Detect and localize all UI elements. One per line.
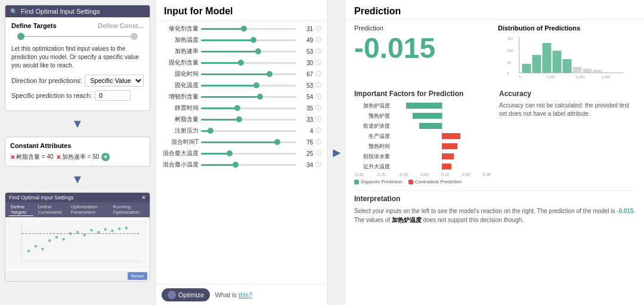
slider-label-6: 增韧剂含量 bbox=[162, 93, 199, 101]
svg-point-14 bbox=[104, 228, 107, 231]
sliders-container[interactable]: 催化剂含量31ⓘ加热温度49ⓘ加热速率53ⓘ固化剂含量30ⓘ固化时间67ⓘ固化温… bbox=[156, 21, 327, 284]
what-is-link[interactable]: this? bbox=[239, 291, 252, 298]
slider-info-2: ⓘ bbox=[315, 47, 321, 56]
slider-value-6: 54 bbox=[299, 94, 313, 100]
mini-card-footer: Reset bbox=[5, 271, 150, 281]
slider-info-6: ⓘ bbox=[315, 93, 321, 101]
middle-panel: Input for Model 催化剂含量31ⓘ加热温度49ⓘ加热速率53ⓘ固化… bbox=[155, 0, 328, 305]
chip-label-1: 树脂含量 = 40 bbox=[16, 153, 54, 161]
define-targets-subtitle: Define Const... bbox=[98, 22, 144, 29]
slider-track-11[interactable] bbox=[201, 149, 296, 158]
step-dots bbox=[11, 33, 144, 40]
slider-row: 加热温度49ⓘ bbox=[162, 36, 321, 44]
card-app-title: Find Optimal Input Settings bbox=[21, 8, 100, 15]
mini-tab-constraints[interactable]: Define Constraints bbox=[36, 204, 66, 216]
constant-attrs-card: Constant Attributes ✕ 树脂含量 = 40 ✕ 加热速率 =… bbox=[5, 137, 150, 167]
factors-right: Accuracy Accuracy can not be calculated:… bbox=[499, 90, 636, 184]
factor-row: 前道炉浓度 bbox=[354, 122, 491, 130]
slider-label-12: 混合最小温度 bbox=[162, 161, 199, 169]
slider-value-12: 34 bbox=[299, 162, 313, 168]
right-body: Prediction -0.015 Distribution of Predic… bbox=[346, 20, 644, 305]
mini-tab-targets[interactable]: Define Targets bbox=[9, 204, 33, 216]
slider-track-9[interactable] bbox=[201, 127, 296, 135]
svg-point-16 bbox=[118, 227, 121, 230]
legend-dot-supports bbox=[354, 180, 359, 184]
specific-row: Specific prediction to reach: bbox=[11, 90, 144, 101]
legend-supports: Supports Prediction bbox=[354, 179, 402, 184]
svg-point-7 bbox=[55, 236, 58, 239]
interp-field: 加热炉温度 bbox=[392, 217, 422, 223]
optimize-icon bbox=[168, 291, 176, 299]
svg-point-17 bbox=[125, 227, 128, 230]
slider-value-10: 76 bbox=[299, 139, 313, 146]
slider-info-8: ⓘ bbox=[315, 115, 321, 124]
svg-rect-29 bbox=[593, 70, 602, 73]
step-line bbox=[24, 36, 131, 37]
chip-label-2: 加热速率 = 50 bbox=[62, 153, 100, 161]
svg-point-12 bbox=[90, 229, 93, 232]
slider-label-3: 固化剂含量 bbox=[162, 58, 199, 67]
slider-track-2[interactable] bbox=[201, 47, 296, 56]
slider-track-12[interactable] bbox=[201, 161, 296, 169]
specific-input[interactable] bbox=[95, 90, 131, 101]
slider-track-8[interactable] bbox=[201, 115, 296, 124]
svg-text:3,000: 3,000 bbox=[602, 75, 611, 79]
slider-track-4[interactable] bbox=[201, 70, 296, 78]
slider-track-5[interactable] bbox=[201, 81, 296, 90]
slider-track-7[interactable] bbox=[201, 104, 296, 112]
optimize-button[interactable]: Optimize bbox=[162, 288, 210, 301]
interp-title: Interpretation bbox=[354, 195, 636, 203]
slider-track-6[interactable] bbox=[201, 93, 296, 101]
slider-row: 固化剂含量30ⓘ bbox=[162, 58, 321, 67]
factor-label-5: 前段浓水量 bbox=[354, 153, 390, 161]
interp-text-1: Select your inputs on the left to see th… bbox=[354, 208, 617, 214]
slider-info-0: ⓘ bbox=[315, 24, 321, 33]
add-chip-btn[interactable]: + bbox=[101, 153, 110, 161]
define-targets-header: Define Targets Define Const... bbox=[11, 22, 144, 29]
middle-footer: Optimize What is this? bbox=[156, 284, 327, 305]
reset-btn[interactable]: Reset bbox=[128, 272, 147, 280]
arrow-down-2: ▼ bbox=[5, 172, 150, 186]
mini-card-body bbox=[5, 217, 150, 271]
factor-label-1: 预热炉度 bbox=[354, 112, 390, 120]
factor-bars-3 bbox=[392, 132, 491, 140]
prediction-value: -0.015 bbox=[354, 34, 492, 63]
svg-text:50: 50 bbox=[507, 61, 512, 64]
slider-row: 加热速率53ⓘ bbox=[162, 47, 321, 56]
slider-label-4: 固化时间 bbox=[162, 70, 199, 78]
chip-x-1[interactable]: ✕ bbox=[10, 154, 15, 161]
slider-label-0: 催化剂含量 bbox=[162, 24, 199, 33]
slider-label-5: 固化温度 bbox=[162, 81, 199, 90]
mini-close-icon[interactable]: ✕ bbox=[141, 195, 146, 201]
direction-select[interactable]: Specific Value Maximize Minimize bbox=[85, 75, 144, 87]
slider-track-0[interactable] bbox=[201, 24, 296, 33]
mini-tab-running[interactable]: Running Optimization bbox=[111, 204, 146, 216]
slider-track-3[interactable] bbox=[201, 58, 296, 67]
right-panel: Prediction Prediction -0.015 Distributio… bbox=[346, 0, 644, 305]
slider-value-8: 33 bbox=[299, 116, 313, 123]
slider-value-7: 35 bbox=[299, 105, 313, 112]
prediction-right: Distribution of Predictions bbox=[498, 24, 636, 84]
mini-card-header: Find Optimal Input Settings ✕ bbox=[5, 193, 150, 202]
factor-row: 预热时间 bbox=[354, 142, 491, 150]
slider-track-1[interactable] bbox=[201, 36, 296, 44]
step-dot-1 bbox=[17, 33, 24, 40]
chip-x-2[interactable]: ✕ bbox=[56, 154, 61, 161]
slider-row: 混合最大温度25ⓘ bbox=[162, 149, 321, 158]
slider-row: 混合最小温度34ⓘ bbox=[162, 161, 321, 169]
factor-row: 生产温度 bbox=[354, 132, 491, 140]
factor-label-3: 生产温度 bbox=[354, 133, 390, 140]
prediction-top: Prediction -0.015 Distribution of Predic… bbox=[354, 24, 636, 84]
slider-track-10[interactable] bbox=[201, 138, 296, 146]
legend-dot-contradicts bbox=[408, 180, 413, 184]
mini-card-title: Find Optimal Input Settings bbox=[9, 195, 74, 201]
direction-row: Direction for predictions: Specific Valu… bbox=[11, 75, 144, 87]
svg-rect-26 bbox=[563, 59, 572, 73]
define-targets-card: 🔍 Find Optimal Input Settings Define Tar… bbox=[5, 5, 150, 111]
left-panel: 🔍 Find Optimal Input Settings Define Tar… bbox=[0, 0, 155, 305]
legend-contradicts: Contradicts Prediction bbox=[408, 179, 462, 184]
mini-tab-params[interactable]: Optimization Parameters bbox=[69, 204, 109, 216]
prediction-label: Prediction bbox=[354, 24, 492, 32]
slider-info-3: ⓘ bbox=[315, 58, 321, 67]
factor-label-2: 前道炉浓度 bbox=[354, 122, 390, 130]
